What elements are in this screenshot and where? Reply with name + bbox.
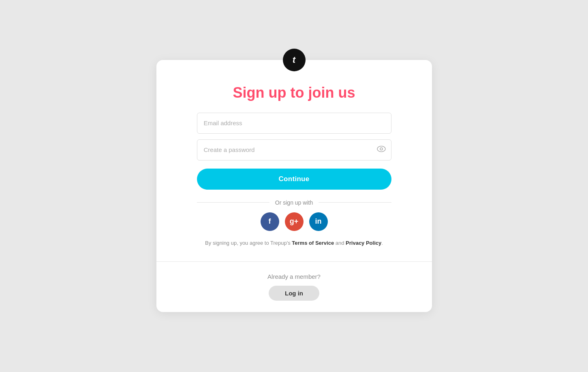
password-form-group	[197, 139, 391, 160]
svg-point-1	[380, 148, 383, 150]
terms-of-service-link[interactable]: Terms of Service	[292, 240, 334, 246]
divider-right	[319, 202, 391, 203]
social-buttons: f g+ in	[261, 212, 328, 231]
terms-prefix: By signing up, you agree to Trepup's	[205, 240, 292, 246]
terms-text: By signing up, you agree to Trepup's Ter…	[205, 239, 383, 247]
password-input[interactable]	[197, 139, 391, 160]
signup-card-wrapper: t Sign up to join us Continu	[156, 60, 432, 312]
signup-card: Sign up to join us Continue	[156, 60, 432, 312]
google-signup-button[interactable]: g+	[285, 212, 304, 231]
linkedin-signup-button[interactable]: in	[309, 212, 328, 231]
card-bottom: Already a member? Log in	[156, 261, 432, 312]
toggle-password-icon[interactable]	[377, 145, 386, 154]
password-input-wrapper	[197, 139, 391, 160]
divider-text: Or sign up with	[269, 199, 319, 206]
terms-and: and	[334, 240, 346, 246]
email-form-group	[197, 113, 391, 134]
divider-left	[197, 202, 269, 203]
email-input[interactable]	[197, 113, 391, 134]
logo-icon: t	[293, 55, 295, 65]
page-title: Sign up to join us	[233, 84, 355, 101]
facebook-signup-button[interactable]: f	[261, 212, 279, 231]
continue-button[interactable]: Continue	[197, 169, 391, 190]
card-top: Sign up to join us Continue	[156, 60, 432, 262]
terms-suffix: .	[381, 240, 383, 246]
svg-point-0	[377, 146, 385, 152]
privacy-policy-link[interactable]: Privacy Policy	[346, 240, 381, 246]
already-member-text: Already a member?	[267, 273, 321, 280]
divider: Or sign up with	[197, 199, 391, 206]
login-button[interactable]: Log in	[269, 286, 319, 301]
logo-circle: t	[283, 49, 306, 71]
